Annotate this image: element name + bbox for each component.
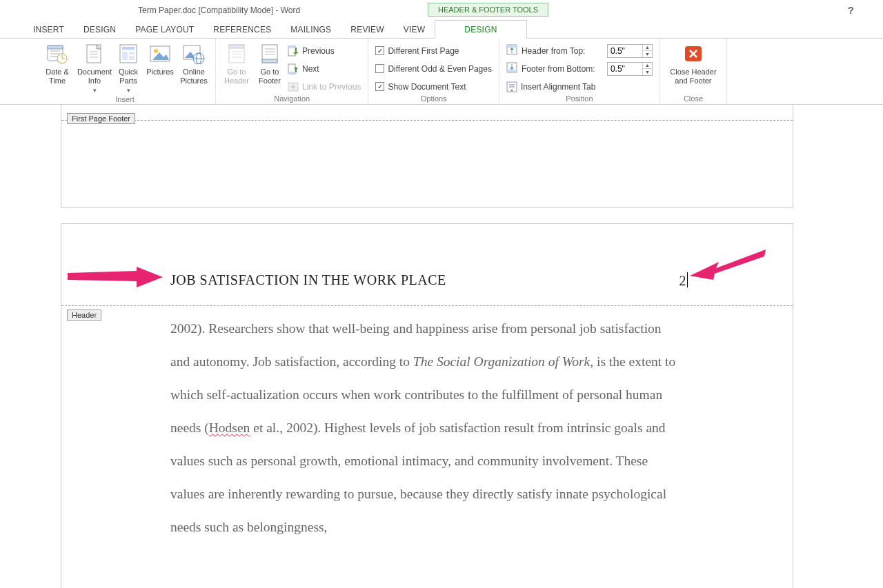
group-label: Options	[373, 94, 495, 104]
group-position: Header from Top: ▲▼ Footer from Bottom: …	[499, 39, 660, 104]
next-button[interactable]: Next	[288, 61, 361, 77]
chevron-down-icon[interactable]: ▼	[643, 69, 652, 75]
pictures-button[interactable]: Pictures	[143, 41, 177, 95]
chevron-down-icon[interactable]: ▼	[643, 51, 652, 57]
insert-alignment-tab-button[interactable]: Insert Alignment Tab	[506, 79, 653, 94]
spinner-arrows[interactable]: ▲▼	[642, 45, 652, 57]
group-navigation: Go to Header Go to Footer Previous	[216, 39, 368, 104]
spinner-arrows[interactable]: ▲▼	[642, 63, 652, 75]
svg-rect-1	[48, 45, 63, 49]
go-to-header-icon	[226, 43, 248, 65]
quick-parts-button[interactable]: Quick Parts ▾	[113, 41, 143, 95]
label: Go to Header	[220, 68, 253, 85]
checkbox-checked-icon: ✓	[375, 46, 384, 55]
group-label: Position	[504, 94, 655, 104]
label: Date & Time	[39, 68, 76, 85]
page-2[interactable]: JOB SATISFACTION IN THE WORK PLACE 2 Hea…	[61, 223, 793, 588]
different-first-page-checkbox[interactable]: ✓ Different First Page	[375, 43, 492, 59]
chevron-down-icon: ▾	[93, 86, 97, 95]
text-cursor	[687, 272, 688, 287]
previous-button[interactable]: Previous	[288, 43, 361, 59]
calendar-clock-icon	[46, 43, 68, 65]
close-header-footer-button[interactable]: Close Header and Footer	[664, 41, 722, 94]
label: Close Header and Footer	[664, 68, 722, 85]
svg-rect-16	[129, 52, 135, 54]
group-label: Close	[664, 94, 722, 104]
header-from-top-row: Header from Top: ▲▼	[506, 43, 653, 59]
go-to-header-button: Go to Header	[220, 41, 253, 94]
header-margin-icon	[506, 44, 517, 57]
close-icon	[682, 43, 704, 65]
tab-mailings[interactable]: MAILINGS	[281, 21, 341, 38]
label: Pictures	[146, 68, 174, 77]
svg-rect-50	[507, 70, 517, 72]
chevron-down-icon: ▾	[127, 86, 130, 95]
group-options: ✓ Different First Page Different Odd & E…	[368, 39, 499, 104]
tab-page-layout[interactable]: PAGE LAYOUT	[126, 21, 204, 38]
different-odd-even-checkbox[interactable]: Different Odd & Even Pages	[375, 61, 492, 77]
date-time-button[interactable]: Date & Time	[39, 41, 76, 95]
link-icon	[288, 81, 299, 92]
header-from-top-input[interactable]	[608, 45, 642, 57]
title-bar: Term Paper.doc [Compatibility Mode] - Wo…	[0, 0, 883, 19]
label: Insert Alignment Tab	[521, 82, 596, 92]
group-label: Insert	[39, 95, 211, 105]
chevron-up-icon[interactable]: ▲	[643, 63, 652, 70]
spelling-error[interactable]: Hodsen	[209, 420, 250, 435]
footer-from-bottom-row: Footer from Bottom: ▲▼	[506, 61, 653, 77]
document-area[interactable]: First Page Footer JOB SATISFACTION IN TH…	[0, 105, 883, 588]
tab-insert[interactable]: INSERT	[23, 21, 74, 38]
picture-icon	[149, 43, 171, 65]
footer-from-bottom-spinner[interactable]: ▲▼	[607, 62, 653, 76]
label: Header from Top:	[522, 46, 603, 56]
svg-rect-17	[129, 56, 135, 60]
header-tag: Header	[67, 310, 101, 321]
svg-rect-37	[288, 46, 295, 48]
online-pictures-icon	[183, 43, 205, 65]
svg-rect-14	[122, 47, 135, 50]
footer-from-bottom-input[interactable]	[608, 63, 642, 75]
show-document-text-checkbox[interactable]: ✓ Show Document Text	[375, 79, 492, 94]
svg-rect-44	[291, 86, 295, 88]
group-close: Close Header and Footer Close	[660, 39, 727, 104]
label: Previous	[302, 46, 335, 56]
svg-rect-27	[229, 45, 244, 48]
svg-rect-40	[288, 72, 295, 74]
group-label: Navigation	[220, 94, 364, 104]
page-1-bottom[interactable]: First Page Footer	[61, 105, 793, 208]
document-info-button[interactable]: Document Info ▾	[76, 41, 113, 95]
header-from-top-spinner[interactable]: ▲▼	[607, 44, 653, 58]
svg-point-19	[154, 49, 158, 53]
online-pictures-button[interactable]: Online Pictures	[177, 41, 211, 95]
tab-review[interactable]: REVIEW	[341, 21, 394, 38]
tab-design[interactable]: DESIGN	[74, 21, 126, 38]
go-to-footer-button[interactable]: Go to Footer	[253, 41, 286, 94]
page-number[interactable]: 2	[679, 272, 688, 289]
window-title: Term Paper.doc [Compatibility Mode] - Wo…	[138, 6, 300, 15]
svg-rect-32	[262, 59, 277, 63]
ribbon: Date & Time Document Info ▾ Quick Parts …	[0, 39, 883, 105]
body-italic: The Social Organization of Work,	[413, 354, 593, 369]
tab-references[interactable]: REFERENCES	[204, 21, 281, 38]
body-text[interactable]: 2002). Researchers show that well-being …	[170, 312, 682, 544]
tab-view[interactable]: VIEW	[394, 21, 435, 38]
running-head[interactable]: JOB SATISFACTION IN THE WORK PLACE	[170, 272, 446, 288]
document-info-icon	[83, 43, 106, 65]
go-to-footer-icon	[259, 43, 281, 65]
tab-hf-design[interactable]: DESIGN	[435, 20, 526, 39]
label: Link to Previous	[302, 82, 361, 92]
ribbon-tabs: INSERT DESIGN PAGE LAYOUT REFERENCES MAI…	[0, 19, 883, 39]
label: Go to Footer	[253, 68, 286, 85]
help-icon[interactable]: ?	[848, 4, 854, 16]
label: Different First Page	[388, 46, 459, 56]
label: Show Document Text	[388, 82, 466, 92]
label: Different Odd & Even Pages	[388, 64, 492, 74]
svg-rect-46	[507, 45, 517, 48]
label: Document Info	[76, 68, 113, 85]
footer-margin-icon	[506, 62, 517, 75]
first-page-footer-tag: First Page Footer	[67, 113, 135, 124]
checkbox-unchecked-icon	[375, 64, 384, 73]
chevron-up-icon[interactable]: ▲	[643, 45, 652, 52]
svg-rect-15	[122, 52, 128, 60]
link-to-previous-button: Link to Previous	[288, 79, 361, 94]
